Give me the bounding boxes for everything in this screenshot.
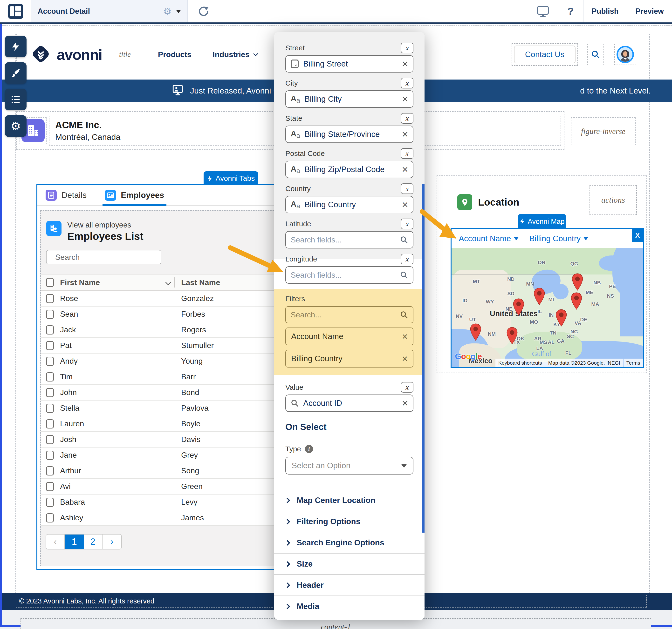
row-checkbox[interactable] [46,388,54,397]
builder-layout-icon[interactable] [0,0,31,22]
country-field[interactable]: Aa Billing Country × [285,196,413,213]
page-next-button[interactable]: › [102,534,121,549]
clear-icon[interactable]: × [402,398,408,408]
filter-billing-country[interactable]: Billing Country [529,234,588,243]
avatar[interactable] [617,46,634,63]
help-button[interactable]: ? [558,0,583,22]
map-marker-pin[interactable] [470,323,482,342]
info-icon[interactable]: i [305,445,313,453]
terms-link[interactable]: Terms [624,359,643,367]
row-checkbox[interactable] [46,513,54,523]
remove-icon[interactable]: × [402,353,408,364]
rail-style-button[interactable] [5,62,26,84]
preview-button[interactable]: Preview [627,0,672,22]
contact-us-button[interactable]: Contact Us [514,46,576,64]
clear-icon[interactable]: × [402,94,408,104]
map-state-label: NM [488,331,496,337]
formula-button[interactable]: x [401,78,413,89]
map-marker-pin[interactable] [512,298,525,317]
map-marker-pin[interactable] [533,287,546,306]
row-checkbox[interactable] [46,466,54,476]
filter-pill-account-name[interactable]: Account Name× [285,328,413,345]
row-checkbox[interactable] [46,419,54,428]
keyboard-shortcuts-link[interactable]: Keyboard shortcuts [496,359,545,367]
filters-search-input[interactable] [291,310,400,319]
clear-icon[interactable]: × [402,199,408,210]
accordion-section[interactable]: Border [274,617,425,620]
formula-button[interactable]: x [401,382,413,393]
city-field[interactable]: Aa Billing City × [285,91,413,108]
page-2-button[interactable]: 2 [84,534,102,549]
page-settings-caret-icon[interactable] [176,10,181,13]
row-checkbox[interactable] [46,404,54,413]
clear-icon[interactable]: × [402,58,408,69]
map-marker-pin[interactable] [506,327,518,346]
street-field[interactable]: Billing Street × [285,55,413,73]
page-prev-button[interactable]: ‹ [46,534,65,549]
rail-list-button[interactable] [5,89,26,110]
row-checkbox[interactable] [46,435,54,444]
formula-button[interactable]: x [401,183,413,194]
formula-button[interactable]: x [401,254,413,265]
close-icon[interactable]: X [632,229,643,242]
row-checkbox[interactable] [46,310,54,319]
latitude-field[interactable] [285,231,413,249]
formula-button[interactable]: x [401,148,413,159]
filters-search[interactable] [285,306,413,323]
row-checkbox[interactable] [46,372,54,381]
select-all-checkbox[interactable] [46,278,54,287]
tab-employees[interactable]: Employees [105,185,164,205]
accordion-section[interactable]: Size [274,554,425,575]
row-checkbox[interactable] [46,498,54,507]
map-marker-pin[interactable] [555,309,568,328]
panel-scrollbar[interactable] [422,184,425,533]
row-checkbox[interactable] [46,357,54,366]
publish-button[interactable]: Publish [583,0,627,22]
filter-pill-billing-country[interactable]: Billing Country× [285,350,413,368]
avonni-tabs-badge[interactable]: Avonni Tabs [203,171,258,185]
postal-code-field[interactable]: Aa Billing Zip/Postal Code × [285,161,413,178]
clear-icon[interactable]: × [402,164,408,175]
accordion-section[interactable]: Map Center Location [274,490,425,511]
page-1-button[interactable]: 1 [65,534,84,549]
google-map[interactable]: ONQCNBPENSMEMTNDMNSDWYIDNVUTNEILMIINOHMO… [452,248,643,367]
row-checkbox[interactable] [46,451,54,460]
sort-chevron-icon[interactable] [166,280,171,285]
column-first-name[interactable]: First Name [60,278,100,287]
longitude-field[interactable] [285,266,413,284]
rail-components-button[interactable] [5,36,26,57]
latitude-search-input[interactable] [291,235,400,244]
value-field[interactable]: Account ID × [285,395,413,412]
accordion-section[interactable]: Search Engine Options [274,532,425,554]
formula-button[interactable]: x [401,219,413,229]
employees-search[interactable] [46,250,161,265]
longitude-search-input[interactable] [291,271,400,280]
remove-icon[interactable]: × [402,331,408,342]
device-preview-button[interactable] [528,0,558,22]
nav-industries[interactable]: Industries [213,50,257,59]
tab-details[interactable]: Details [46,185,87,205]
accordion-section[interactable]: Filtering Options [274,511,425,532]
state-field[interactable]: Aa Billing State/Province × [285,126,413,143]
filter-account-name[interactable]: Account Name [459,234,519,243]
accordion-section[interactable]: Header [274,575,425,596]
column-last-name[interactable]: Last Name [175,278,220,287]
formula-button[interactable]: x [401,113,413,124]
row-checkbox[interactable] [46,341,54,350]
rail-settings-button[interactable]: ⚙ [5,115,26,137]
type-select[interactable]: Select an Option [285,457,413,475]
accordion-section[interactable]: Media [274,596,425,617]
formula-button[interactable]: x [401,43,413,53]
nav-products[interactable]: Products [158,50,192,59]
search-icon[interactable] [591,50,600,59]
row-checkbox[interactable] [46,482,54,491]
map-marker-pin[interactable] [571,273,584,292]
row-checkbox[interactable] [46,294,54,303]
refresh-button[interactable] [197,0,210,22]
avonni-map-badge[interactable]: Avonni Map [518,214,566,229]
map-marker-pin[interactable] [570,292,583,311]
employees-search-input[interactable] [55,253,157,262]
row-checkbox[interactable] [46,325,54,334]
page-settings-gear-icon[interactable]: ⚙ [163,6,171,17]
clear-icon[interactable]: × [402,129,408,140]
